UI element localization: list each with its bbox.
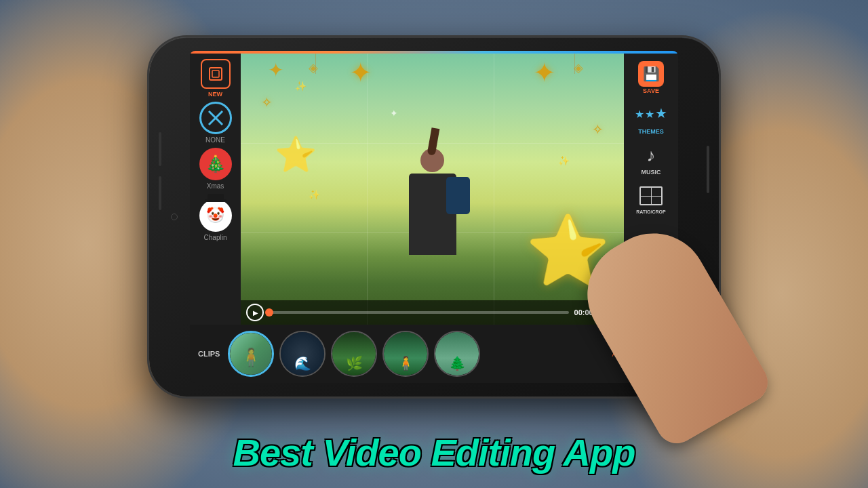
clip-4[interactable]: 🧍 [382, 331, 429, 377]
none-filter[interactable]: NONE [199, 102, 232, 144]
sparkle-3: ✨ [309, 189, 320, 200]
theme-star-1: ★ [635, 108, 644, 121]
volume-up-button[interactable] [159, 132, 161, 166]
ornament-line-1 [315, 54, 316, 74]
volume-down-button[interactable] [159, 176, 161, 210]
themes-stars: ★ ★ ★ [635, 108, 667, 121]
ratio-icon [639, 186, 663, 205]
themes-button[interactable]: ★ ★ ★ THEMES [633, 100, 669, 138]
xmas-label: Xmas [207, 182, 224, 190]
none-label: NONE [205, 136, 225, 144]
star-sm-1: ✧ [261, 94, 273, 110]
chaplin-filter[interactable]: 🤡 Chaplin [199, 194, 232, 241]
progress-dot[interactable] [265, 308, 273, 317]
clip-1-person: 🧍 [240, 347, 262, 368]
clip-3[interactable]: 🌿 [331, 331, 377, 377]
grid-line-1 [367, 54, 368, 325]
none-icon [199, 102, 232, 134]
save-icon: 💾 [638, 61, 664, 87]
sparkle-4: ✦ [390, 108, 398, 119]
tagline: Best Video Editing App [0, 430, 868, 474]
music-icon: ♪ [647, 145, 656, 166]
star-top-right: ✦ [533, 57, 556, 88]
ratio-crop-button[interactable]: RATIO/CROP [633, 181, 669, 217]
chaplin-face: 🤡 [206, 207, 224, 224]
kite-2: ◈ [574, 60, 583, 75]
left-sidebar: NEW NONE 🎄 Xmas [190, 54, 241, 325]
person-backpack [446, 177, 470, 214]
progress-track[interactable] [269, 311, 569, 314]
clip-1[interactable]: 🧍 [228, 331, 274, 377]
save-button[interactable]: 💾 SAVE [633, 59, 669, 97]
theme-star-3: ★ [655, 105, 667, 121]
power-button[interactable] [707, 146, 709, 193]
music-button[interactable]: ♪ MUSIC [633, 140, 669, 178]
grid-line-2 [494, 54, 494, 325]
kite-1: ◈ [309, 60, 318, 75]
person-body [409, 174, 456, 255]
clips-label: CLIPS [198, 350, 220, 358]
clip-3-inner: 🌿 [332, 332, 376, 375]
clip-5-inner: 🌲 [435, 332, 479, 375]
new-icon [201, 59, 231, 89]
star-sm-2: ✧ [592, 121, 604, 138]
clip-1-inner: 🧍 [230, 333, 272, 375]
sparkle-1: ✨ [295, 81, 307, 92]
camera-dot [171, 214, 178, 220]
clip-4-inner: 🧍 [384, 332, 427, 375]
themes-icon-area: ★ ★ ★ [636, 102, 666, 127]
new-label: NEW [208, 91, 222, 98]
clip-2-inner: 🌊 [281, 332, 324, 375]
theme-star-2: ★ [645, 108, 654, 121]
clip-4-person: 🧍 [397, 355, 414, 371]
medium-star: ⭐ [275, 135, 317, 174]
save-icon-area: 💾 [636, 62, 666, 86]
video-scene: ✦ ✦ ✦ ✧ ✧ ⭐ ⭐ ◈ ◈ ✨ [241, 54, 624, 325]
themes-label: THEMES [638, 128, 664, 135]
new-button[interactable]: NEW [201, 59, 231, 98]
video-preview[interactable]: ✦ ✦ ✦ ✧ ✧ ⭐ ⭐ ◈ ◈ ✨ [241, 54, 624, 325]
music-label: MUSIC [642, 169, 661, 176]
ratio-label: RATIO/CROP [636, 209, 665, 214]
music-icon-area: ♪ [636, 143, 666, 167]
sparkle-2: ✨ [558, 155, 570, 166]
clip-2-person: 🌊 [294, 355, 311, 371]
xmas-filter[interactable]: 🎄 Xmas [199, 148, 232, 190]
chaplin-icon: 🤡 [199, 199, 232, 232]
save-label: SAVE [643, 87, 659, 94]
clip-3-person: 🌿 [346, 355, 363, 371]
person-silhouette [392, 148, 473, 284]
chaplin-hat [208, 194, 224, 202]
svg-rect-0 [210, 68, 222, 80]
star-top-left: ✦ [349, 57, 372, 88]
playback-bar: 00:00 / 00:45 [241, 300, 624, 325]
ornament-line-2 [574, 54, 575, 74]
snowflake-1: ✦ [268, 59, 283, 81]
clip-5[interactable]: 🌲 [434, 331, 480, 377]
clip-2[interactable]: 🌊 [279, 331, 326, 377]
ratio-icon-area [636, 184, 666, 208]
ratio-hline [641, 196, 661, 197]
clip-5-person: 🌲 [449, 355, 466, 371]
play-button[interactable] [246, 304, 264, 321]
xmas-icon: 🎄 [199, 148, 232, 180]
svg-rect-1 [212, 70, 219, 77]
chaplin-label: Chaplin [204, 234, 227, 241]
